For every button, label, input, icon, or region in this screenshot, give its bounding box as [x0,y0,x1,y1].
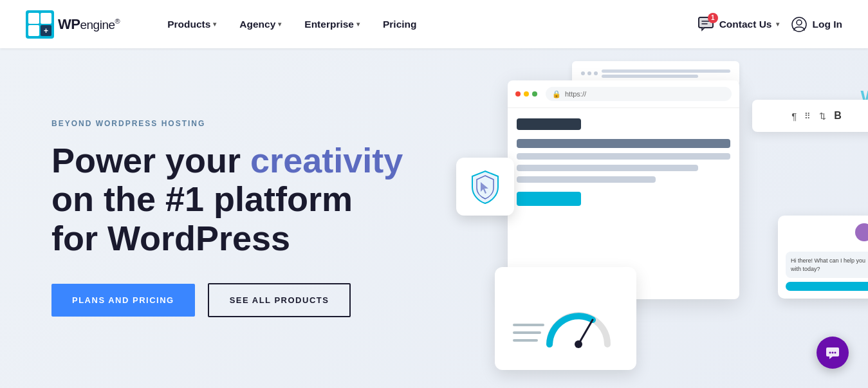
content-header-bar [517,118,581,130]
hero-content: BEYOND WORDPRESS HOSTING Power your crea… [51,119,403,317]
browser-dot-red [515,91,521,97]
hero-heading-part3: for WordPress [51,219,290,257]
browser-content [508,108,739,223]
notification-badge: 1 [708,13,718,23]
svg-point-18 [832,352,834,354]
hero-section: BEYOND WORDPRESS HOSTING Power your crea… [0,48,868,388]
speedometer-chart [508,280,623,357]
content-bar [517,153,730,160]
hero-heading-part2: on the #1 platform [51,180,353,218]
chevron-down-icon: ▾ [278,21,281,28]
browser-bar: 🔒 https:// [508,80,739,108]
security-card [456,158,514,216]
svg-rect-1 [28,13,39,24]
chat-assistant-card: Hi there! What can I help you with today… [778,216,868,299]
svg-line-16 [578,320,593,344]
hero-eyebrow: BEYOND WORDPRESS HOSTING [51,119,403,128]
chevron-down-icon: ▾ [776,21,779,28]
hero-heading: Power your creativity on the #1 platform… [51,141,403,257]
browser-url-bar: 🔒 https:// [546,87,732,101]
chat-reply-bar [786,282,868,291]
chat-bubble-icon [824,344,841,361]
speedometer-card [495,267,636,370]
nav-item-agency[interactable]: Agency ▾ [230,14,290,35]
dot [594,71,598,75]
svg-text:+: + [44,26,48,35]
chat-avatar-row [786,223,868,246]
url-text: https:// [565,90,586,98]
dot [587,71,591,75]
chat-fab-button[interactable] [817,337,849,369]
editor-toolbar: ¶ ⠿ ⇅ B [752,100,868,132]
line [602,69,730,73]
nav-right: 1 Contact Us ▾ Log In [697,15,842,33]
bold-icon: B [834,110,842,122]
browser-dot-yellow [524,91,529,97]
nav-links: Products ▾ Agency ▾ Enterprise ▾ Pricing [158,14,697,35]
content-bar [517,139,730,148]
chat-bubble: Hi there! What can I help you with today… [786,252,868,278]
paragraph-icon: ¶ [791,111,797,122]
grid-icon: ⠿ [804,111,811,121]
updown-icon: ⇅ [819,111,826,121]
navbar: + WPengine® Products ▾ Agency ▾ Enterpri… [0,0,868,48]
nav-item-products[interactable]: Products ▾ [158,14,225,35]
hero-illustration: W 🔒 https:// [456,61,868,383]
svg-point-11 [797,20,802,25]
logo-icon: + [26,10,54,39]
hero-heading-part1: Power your [51,141,250,180]
login-button[interactable]: Log In [791,16,843,33]
browser-mockup: 🔒 https:// [508,80,739,299]
svg-point-17 [829,352,831,354]
hero-buttons: PLANS AND PRICING SEE ALL PRODUCTS [51,283,403,317]
lock-icon: 🔒 [552,90,561,98]
nav-item-enterprise[interactable]: Enterprise ▾ [295,14,369,35]
svg-rect-2 [41,13,51,24]
dot [581,71,585,75]
line [602,75,698,78]
svg-rect-3 [28,25,39,36]
see-all-products-button[interactable]: SEE ALL PRODUCTS [208,283,351,317]
plans-pricing-button[interactable]: PLANS AND PRICING [51,284,195,317]
svg-point-19 [835,352,836,354]
logo[interactable]: + WPengine® [26,10,120,39]
browser-dot-green [532,91,537,97]
hero-heading-highlight: creativity [250,141,403,180]
line-group [602,69,730,78]
dot-group [581,71,598,75]
contact-us-button[interactable]: 1 Contact Us ▾ [697,15,779,33]
chevron-down-icon: ▾ [356,21,360,28]
nav-item-pricing[interactable]: Pricing [374,14,426,35]
shield-icon [469,169,501,205]
chevron-down-icon: ▾ [213,21,216,28]
user-icon [791,16,808,33]
logo-text: WPengine® [58,16,120,33]
contact-icon-wrap: 1 [697,15,716,33]
content-bar [517,165,698,171]
content-bar [517,176,656,183]
chat-avatar [855,223,868,241]
content-cta-bar [517,192,581,206]
